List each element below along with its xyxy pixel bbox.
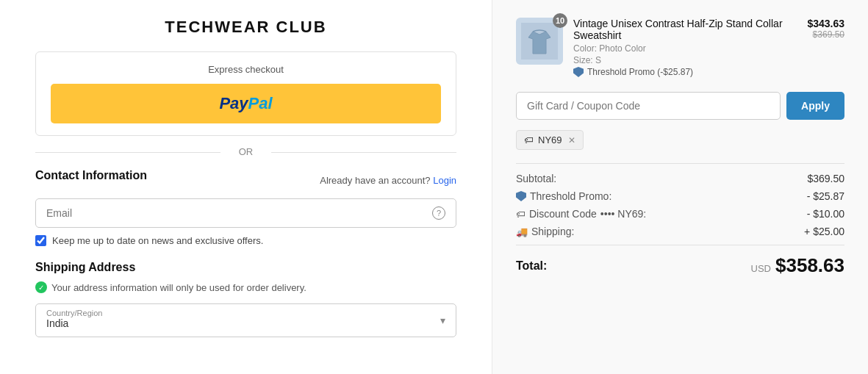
shipping-label: 🚚 Shipping: (516, 226, 574, 237)
help-icon: ? (432, 206, 445, 220)
contact-section-header: Contact Information Already have an acco… (35, 169, 456, 191)
threshold-label: Threshold Promo: (516, 190, 611, 202)
product-price-current: $343.63 (807, 18, 844, 29)
product-price-original: $369.50 (807, 29, 844, 40)
threshold-promo-row: Threshold Promo: - $25.87 (516, 190, 844, 202)
product-promo-text: Threshold Promo (-$25.87) (587, 67, 693, 77)
subtotal-row: Subtotal: $369.50 (516, 173, 844, 184)
remove-coupon-button[interactable]: ✕ (568, 135, 575, 145)
product-name: Vintage Unisex Contrast Half-Zip Stand C… (573, 18, 797, 41)
product-price-column: $343.63 $369.50 (807, 18, 844, 40)
shipping-value: + $25.00 (804, 226, 844, 237)
or-divider: OR (35, 146, 456, 157)
right-panel: 10 Vintage Unisex Contrast Half-Zip Stan… (492, 0, 868, 374)
applied-code: NY69 (538, 134, 562, 145)
coupon-chip: 🏷 NY69 ✕ (516, 130, 584, 150)
apply-button[interactable]: Apply (786, 92, 844, 120)
total-label: Total: (516, 259, 547, 273)
green-check-icon (35, 281, 47, 293)
subtotal-label: Subtotal: (516, 173, 556, 184)
express-checkout-box: Express checkout PayPal (35, 51, 456, 136)
product-color: Color: Photo Color (573, 43, 797, 54)
coupon-input[interactable] (516, 92, 781, 120)
address-notice: Your address information will only be us… (35, 281, 456, 293)
discount-label: 🏷 Discount Code •••• NY69: (516, 208, 646, 220)
newsletter-checkbox-row: Keep me up to date on news and exclusive… (35, 235, 456, 246)
shipping-row: 🚚 Shipping: + $25.00 (516, 226, 844, 237)
express-checkout-label: Express checkout (51, 64, 441, 75)
discount-code-row: 🏷 Discount Code •••• NY69: - $10.00 (516, 208, 844, 220)
truck-icon: 🚚 (516, 226, 528, 237)
paypal-label: PayPal (219, 94, 272, 113)
newsletter-label: Keep me up to date on news and exclusive… (52, 235, 263, 246)
tag-discount-icon: 🏷 (516, 209, 526, 220)
login-link[interactable]: Login (433, 175, 456, 186)
total-row: Total: USD $358.63 (516, 245, 844, 277)
product-quantity-badge: 10 (553, 13, 567, 28)
email-field-box[interactable]: ? (35, 198, 456, 228)
country-label: Country/Region (46, 309, 445, 317)
tag-icon: 🏷 (524, 134, 534, 145)
brand-title: TECHWEAR CLUB (35, 18, 456, 37)
product-promo-row: Threshold Promo (-$25.87) (573, 67, 797, 77)
product-row: 10 Vintage Unisex Contrast Half-Zip Stan… (516, 18, 844, 77)
shield-promo-icon (573, 67, 584, 77)
country-select[interactable]: India United States United Kingdom Austr… (46, 317, 445, 329)
contact-title: Contact Information (35, 169, 147, 182)
product-image-wrapper: 10 (516, 18, 563, 65)
left-panel: TECHWEAR CLUB Express checkout PayPal OR… (0, 0, 492, 374)
product-details: Vintage Unisex Contrast Half-Zip Stand C… (573, 18, 797, 77)
threshold-value: - $25.87 (807, 190, 844, 202)
subtotal-value: $369.50 (807, 173, 844, 184)
total-value: USD $358.63 (751, 254, 844, 277)
product-svg (521, 23, 558, 60)
login-prompt: Already have an account? Login (320, 175, 456, 186)
discount-value: - $10.00 (807, 208, 844, 220)
newsletter-checkbox[interactable] (35, 235, 46, 246)
shipping-title: Shipping Address (35, 261, 456, 274)
total-amount: $358.63 (775, 254, 844, 277)
country-select-box[interactable]: Country/Region India United States Unite… (35, 303, 456, 337)
coupon-row: Apply (516, 92, 844, 120)
email-input[interactable] (46, 207, 432, 219)
summary-divider (516, 163, 844, 164)
total-currency: USD (751, 263, 771, 274)
product-size: Size: S (573, 55, 797, 65)
paypal-button[interactable]: PayPal (51, 84, 441, 123)
applied-coupon-tag: 🏷 NY69 ✕ (516, 130, 844, 163)
shield-threshold-icon (516, 191, 526, 201)
